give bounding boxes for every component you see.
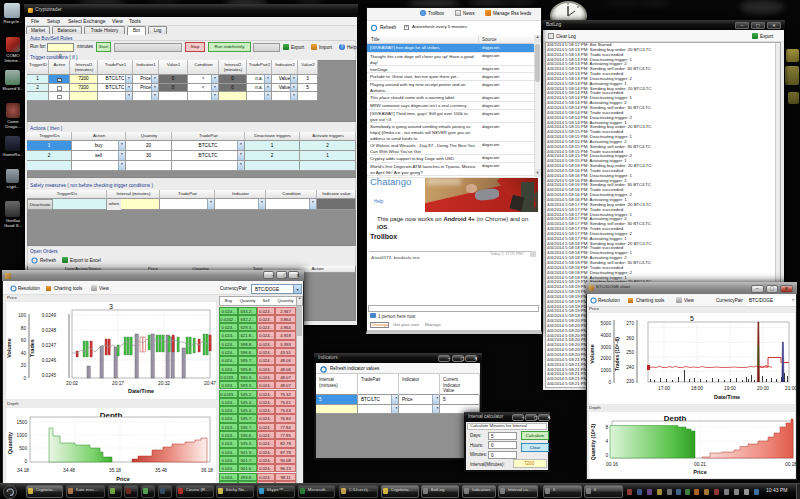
svg-text:20:32: 20:32 xyxy=(158,381,170,386)
svg-text:35.48: 35.48 xyxy=(155,468,167,473)
svg-text:0: 0 xyxy=(24,459,27,464)
svg-text:Date/Time: Date/Time xyxy=(128,388,154,394)
svg-text:Trades: Trades xyxy=(29,339,35,357)
svg-text:00.28: 00.28 xyxy=(785,462,796,467)
svg-text:Date/Time: Date/Time xyxy=(714,394,740,400)
svg-text:00.16: 00.16 xyxy=(606,462,618,467)
svg-text:8: 8 xyxy=(605,425,608,430)
svg-text:60: 60 xyxy=(21,338,27,343)
svg-text:230: 230 xyxy=(626,379,634,384)
svg-text:Volume: Volume xyxy=(6,338,12,357)
svg-text:20:02: 20:02 xyxy=(66,381,78,386)
svg-text:240: 240 xyxy=(626,365,634,370)
svg-text:Price: Price xyxy=(116,476,129,482)
svg-text:1000: 1000 xyxy=(17,433,28,438)
svg-text:2000: 2000 xyxy=(601,356,612,361)
svg-text:270: 270 xyxy=(626,321,634,326)
svg-text:Trades (10^-6): Trades (10^-6) xyxy=(614,337,620,371)
svg-text:17:00: 17:00 xyxy=(658,386,670,391)
svg-text:Quantity: Quantity xyxy=(7,431,13,454)
svg-text:0.0245: 0.0245 xyxy=(42,373,57,378)
svg-text:5: 5 xyxy=(690,315,694,322)
svg-text:20: 20 xyxy=(21,363,27,368)
svg-text:0: 0 xyxy=(608,380,611,385)
svg-text:80: 80 xyxy=(21,326,27,331)
svg-text:250: 250 xyxy=(626,350,634,355)
svg-text:260: 260 xyxy=(626,336,634,341)
svg-text:0.0249: 0.0249 xyxy=(42,313,57,318)
svg-text:Volume: Volume xyxy=(589,344,595,363)
svg-text:0: 0 xyxy=(605,453,608,458)
svg-text:20:17: 20:17 xyxy=(112,381,124,386)
svg-text:35.18: 35.18 xyxy=(109,468,121,473)
svg-text:500: 500 xyxy=(19,446,27,451)
svg-text:20:47: 20:47 xyxy=(204,381,216,386)
svg-text:0: 0 xyxy=(23,376,26,381)
svg-text:4: 4 xyxy=(605,439,608,444)
svg-text:0.0248: 0.0248 xyxy=(42,328,57,333)
svg-text:Price: Price xyxy=(693,469,706,475)
svg-text:5000: 5000 xyxy=(601,321,612,326)
svg-text:4000: 4000 xyxy=(601,333,612,338)
svg-text:00.21: 00.21 xyxy=(694,462,706,467)
svg-text:20:00: 20:00 xyxy=(757,386,769,391)
svg-text:1000: 1000 xyxy=(601,368,612,373)
svg-text:19:00: 19:00 xyxy=(724,386,736,391)
svg-text:34.18: 34.18 xyxy=(17,468,29,473)
svg-text:18:00: 18:00 xyxy=(691,386,703,391)
svg-text:36.18: 36.18 xyxy=(201,468,213,473)
svg-text:21:00: 21:00 xyxy=(785,386,796,391)
svg-text:40: 40 xyxy=(21,351,27,356)
svg-text:3000: 3000 xyxy=(601,345,612,350)
svg-text:Quantity (10^3): Quantity (10^3) xyxy=(590,424,596,461)
svg-text:0.0247: 0.0247 xyxy=(42,343,57,348)
svg-text:0.0246: 0.0246 xyxy=(42,358,57,363)
svg-text:3: 3 xyxy=(109,303,113,310)
svg-text:34.48: 34.48 xyxy=(63,468,75,473)
svg-text:100: 100 xyxy=(18,313,26,318)
svg-text:1500: 1500 xyxy=(17,420,28,425)
